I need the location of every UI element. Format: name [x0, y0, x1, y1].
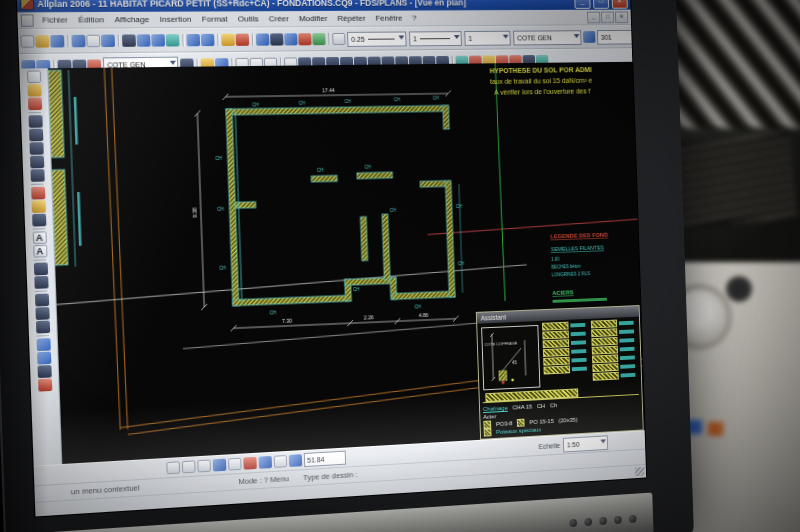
copy-icon[interactable] [36, 352, 50, 365]
po-swatch-2[interactable] [517, 419, 525, 427]
dim-linear-icon[interactable] [33, 262, 47, 275]
assistant-preview[interactable]: 45 COTE COFFRAGE [481, 325, 540, 390]
redo-icon[interactable] [201, 34, 215, 46]
menu-insertion[interactable]: Insertion [154, 14, 196, 25]
zoom-window-icon[interactable] [213, 459, 227, 472]
linetype-combobox[interactable]: 1 [409, 31, 462, 46]
zoom-out-icon[interactable] [197, 459, 211, 472]
size-grip[interactable] [635, 467, 645, 476]
menu-fenetre[interactable]: Fenêtre [370, 13, 407, 24]
layer-lock-icon[interactable] [583, 31, 596, 43]
undo-icon[interactable] [186, 34, 200, 46]
plot-icon[interactable] [71, 35, 85, 48]
hatch-swatch-icon[interactable] [592, 363, 618, 372]
hatch-swatch-row[interactable] [591, 328, 634, 336]
hatch-swatch-row[interactable] [593, 372, 636, 380]
new-document-icon[interactable] [20, 35, 34, 48]
line-icon[interactable] [28, 115, 42, 128]
hatch-swatch-row[interactable] [591, 320, 634, 328]
exclamation-icon[interactable] [236, 34, 250, 46]
hatch-swatch-icon[interactable] [542, 330, 569, 339]
menu-outils[interactable]: Outils [233, 13, 264, 24]
pointer-icon[interactable] [26, 70, 40, 83]
hatch-swatch-row[interactable] [591, 337, 634, 345]
echelle-combobox[interactable]: 1:50 [563, 435, 608, 452]
save-icon[interactable] [50, 35, 64, 48]
context-help-icon[interactable] [332, 33, 345, 45]
arc-icon[interactable] [30, 169, 44, 182]
send-icon[interactable] [284, 33, 297, 45]
hatch-swatch-icon[interactable] [543, 365, 570, 374]
hatch-swatch-icon[interactable] [591, 320, 617, 329]
hatch-swatch-icon[interactable] [591, 337, 617, 346]
project-icon[interactable] [256, 33, 270, 45]
pen-combobox[interactable]: 1 [464, 30, 510, 45]
doc-minimize-button[interactable]: _ [587, 11, 600, 23]
close-button[interactable]: ✕ [612, 0, 628, 8]
view-3d-icon[interactable] [258, 456, 272, 469]
pan-icon[interactable] [166, 461, 180, 474]
fill-icon[interactable] [31, 200, 45, 213]
format-brush-icon[interactable] [166, 34, 180, 46]
polyline-icon[interactable] [28, 129, 42, 142]
hatch-swatch-icon[interactable] [592, 346, 618, 355]
cha-value-1[interactable]: CHA 15 [512, 404, 532, 411]
menu-fichier[interactable]: Fichier [37, 14, 74, 26]
menu-modifier[interactable]: Modifier [294, 13, 333, 24]
hatch-swatch-icon[interactable] [542, 322, 569, 331]
scale-combobox[interactable]: 0.25 [347, 31, 407, 46]
paragraph-text-icon[interactable] [33, 245, 47, 258]
hatch-swatch-row[interactable] [592, 363, 635, 371]
hatch-swatch-row[interactable] [542, 331, 585, 339]
hatch-icon[interactable] [31, 187, 45, 200]
delete-icon[interactable] [37, 379, 51, 392]
doc-restore-button[interactable]: □ [601, 11, 614, 23]
hatch-swatch-icon[interactable] [592, 354, 618, 363]
cha-value-3[interactable]: Ch [550, 402, 557, 408]
zoom-previous-icon[interactable] [228, 458, 242, 471]
wall-icon[interactable] [34, 294, 48, 307]
hatch-swatch-row[interactable] [542, 322, 585, 330]
zoom-in-icon[interactable] [182, 460, 196, 473]
hatch-swatch-row[interactable] [543, 366, 586, 374]
mirror-icon[interactable] [37, 365, 51, 378]
print-preview-icon[interactable] [101, 35, 115, 47]
cha-value-2[interactable]: CH [537, 403, 545, 409]
layer-combobox[interactable]: COTE GEN [513, 30, 581, 45]
brush-icon[interactable] [27, 97, 41, 110]
menu-edition[interactable]: Édition [73, 14, 110, 26]
circle-icon[interactable] [29, 156, 43, 169]
minimize-button[interactable]: _ [574, 0, 590, 8]
maximize-button[interactable]: □ [593, 0, 609, 8]
hatch-swatch-icon[interactable] [543, 357, 570, 366]
column-icon[interactable] [35, 307, 49, 320]
hatch-swatch-icon[interactable] [593, 372, 619, 381]
hatch-swatch-icon[interactable] [543, 339, 570, 348]
menu-affichage[interactable]: Affichage [109, 14, 155, 26]
drawing-canvas[interactable]: 17.44 9.38 7.30 2.26 4.86 CH CH CH CH CH… [47, 62, 645, 465]
globe-icon[interactable] [312, 33, 325, 45]
pattern-icon[interactable] [32, 214, 46, 227]
print-icon[interactable] [86, 35, 100, 47]
hatch-swatch-row[interactable] [592, 355, 635, 363]
hatch-swatch-row[interactable] [543, 357, 586, 365]
hatch-swatch-icon[interactable] [591, 328, 617, 337]
copy-icon[interactable] [137, 34, 151, 46]
open-icon[interactable] [35, 35, 49, 48]
pen-icon[interactable] [27, 84, 41, 97]
cut-icon[interactable] [122, 34, 136, 46]
hatch-swatch-row[interactable] [543, 339, 586, 347]
library-icon[interactable] [270, 33, 284, 45]
pen-edit-icon[interactable] [298, 33, 311, 45]
text-icon[interactable] [32, 231, 46, 244]
hatch-swatch-icon[interactable] [543, 348, 570, 357]
wizard-icon[interactable] [221, 34, 235, 46]
hatch-swatch-row[interactable] [543, 348, 586, 356]
rectangle-icon[interactable] [29, 142, 43, 155]
move-icon[interactable] [36, 338, 50, 351]
dim-vertical-icon[interactable] [34, 276, 48, 289]
redraw-icon[interactable] [243, 457, 257, 470]
update-icon[interactable] [289, 454, 302, 467]
poteaux-swatch[interactable] [484, 428, 492, 436]
doc-close-button[interactable]: ✕ [615, 11, 628, 23]
